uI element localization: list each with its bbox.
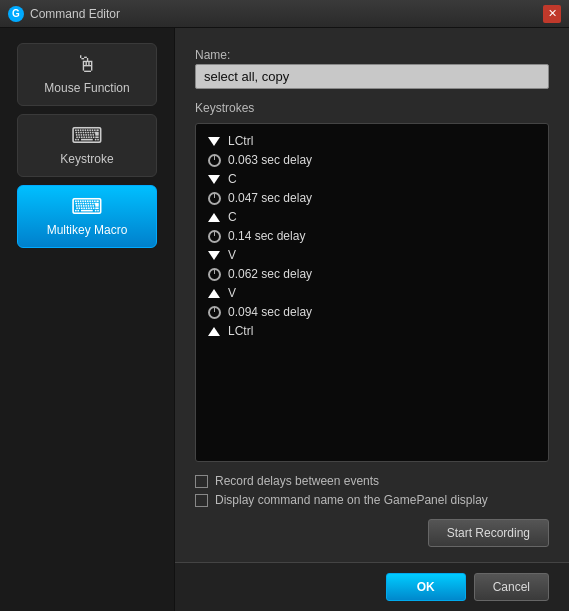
clock-icon bbox=[206, 190, 222, 206]
cancel-button[interactable]: Cancel bbox=[474, 573, 549, 601]
arrow-up-icon bbox=[206, 323, 222, 339]
checkboxes-area: Record delays between eventsDisplay comm… bbox=[195, 474, 549, 507]
clock-icon bbox=[206, 228, 222, 244]
recording-buttons: Start Recording bbox=[195, 519, 549, 547]
checkbox-row: Record delays between events bbox=[195, 474, 549, 488]
keystroke-row: C bbox=[206, 170, 538, 188]
keystroke-text: 0.062 sec delay bbox=[228, 267, 312, 281]
clock-icon bbox=[206, 266, 222, 282]
keystroke-row: C bbox=[206, 208, 538, 226]
bottom-area: OK Cancel bbox=[175, 562, 569, 611]
keystroke-row: 0.094 sec delay bbox=[206, 303, 538, 321]
checkbox-label: Display command name on the GamePanel di… bbox=[215, 493, 488, 507]
sidebar-item-mouse-function[interactable]: 🖱 Mouse Function bbox=[17, 43, 157, 106]
keystrokes-label: Keystrokes bbox=[195, 101, 549, 115]
keystroke-text: 0.063 sec delay bbox=[228, 153, 312, 167]
keystroke-text: C bbox=[228, 210, 237, 224]
keystroke-text: 0.047 sec delay bbox=[228, 191, 312, 205]
keystroke-row: 0.062 sec delay bbox=[206, 265, 538, 283]
ok-button[interactable]: OK bbox=[386, 573, 466, 601]
keystroke-row: 0.047 sec delay bbox=[206, 189, 538, 207]
sidebar-item-label: Keystroke bbox=[60, 152, 113, 166]
keystroke-row: LCtrl bbox=[206, 322, 538, 340]
multikey-macro-icon: ⌨ bbox=[71, 196, 103, 218]
keystroke-row: 0.14 sec delay bbox=[206, 227, 538, 245]
arrow-down-icon bbox=[206, 171, 222, 187]
clock-icon bbox=[206, 304, 222, 320]
checkbox-record-delays[interactable] bbox=[195, 475, 208, 488]
keystroke-text: V bbox=[228, 248, 236, 262]
close-button[interactable]: ✕ bbox=[543, 5, 561, 23]
app-logo: G bbox=[8, 6, 24, 22]
title-bar-left: G Command Editor bbox=[8, 6, 120, 22]
keystroke-text: LCtrl bbox=[228, 134, 253, 148]
sidebar: 🖱 Mouse Function ⌨ Keystroke ⌨ Multikey … bbox=[0, 28, 175, 611]
keystroke-text: 0.094 sec delay bbox=[228, 305, 312, 319]
start-recording-button[interactable]: Start Recording bbox=[428, 519, 549, 547]
title-bar-title: Command Editor bbox=[30, 7, 120, 21]
keystroke-text: V bbox=[228, 286, 236, 300]
sidebar-item-keystroke[interactable]: ⌨ Keystroke bbox=[17, 114, 157, 177]
arrow-down-icon bbox=[206, 133, 222, 149]
keystroke-text: LCtrl bbox=[228, 324, 253, 338]
name-section: Name: bbox=[195, 48, 549, 89]
keystroke-row: LCtrl bbox=[206, 132, 538, 150]
arrow-up-icon bbox=[206, 209, 222, 225]
checkbox-row: Display command name on the GamePanel di… bbox=[195, 493, 549, 507]
arrow-up-icon bbox=[206, 285, 222, 301]
sidebar-item-label: Multikey Macro bbox=[47, 223, 128, 237]
name-input[interactable] bbox=[195, 64, 549, 89]
keystroke-row: V bbox=[206, 246, 538, 264]
checkbox-display-gamepanel[interactable] bbox=[195, 494, 208, 507]
keystroke-text: C bbox=[228, 172, 237, 186]
main-content: 🖱 Mouse Function ⌨ Keystroke ⌨ Multikey … bbox=[0, 28, 569, 611]
keystroke-row: V bbox=[206, 284, 538, 302]
mouse-function-icon: 🖱 bbox=[76, 54, 98, 76]
name-label: Name: bbox=[195, 48, 549, 62]
keystroke-text: 0.14 sec delay bbox=[228, 229, 305, 243]
sidebar-item-multikey-macro[interactable]: ⌨ Multikey Macro bbox=[17, 185, 157, 248]
keystroke-row: 0.063 sec delay bbox=[206, 151, 538, 169]
keystroke-icon: ⌨ bbox=[71, 125, 103, 147]
checkbox-label: Record delays between events bbox=[215, 474, 379, 488]
bottom-buttons: OK Cancel bbox=[175, 563, 569, 611]
keystrokes-box: LCtrl0.063 sec delayC0.047 sec delayC0.1… bbox=[195, 123, 549, 462]
title-bar: G Command Editor ✕ bbox=[0, 0, 569, 28]
arrow-down-icon bbox=[206, 247, 222, 263]
clock-icon bbox=[206, 152, 222, 168]
right-panel: Name: Keystrokes LCtrl0.063 sec delayC0.… bbox=[175, 28, 569, 562]
sidebar-item-label: Mouse Function bbox=[44, 81, 129, 95]
